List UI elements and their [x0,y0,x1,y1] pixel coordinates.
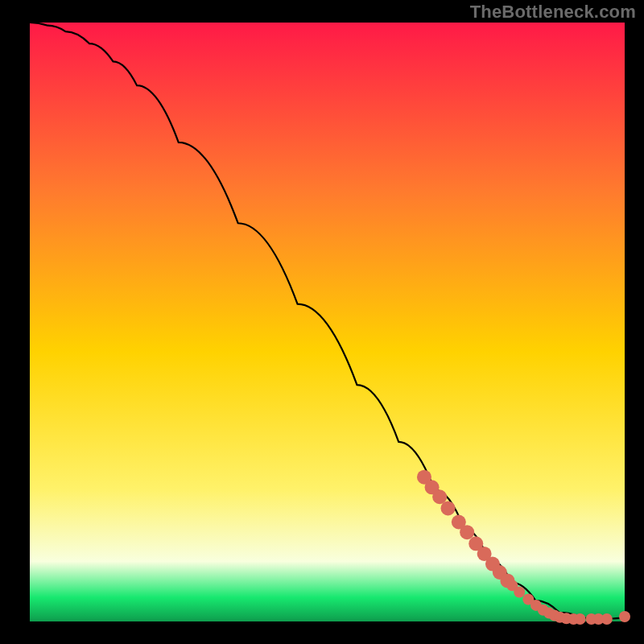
scatter-point [460,525,474,539]
scatter-point [575,613,586,625]
scatter-point [514,587,525,598]
gradient-background [30,23,625,621]
scatter-point [601,613,613,625]
scatter-point [441,501,456,515]
chart-svg [0,0,644,644]
scatter-point [619,611,630,622]
chart-frame: TheBottleneck.com [0,0,644,644]
